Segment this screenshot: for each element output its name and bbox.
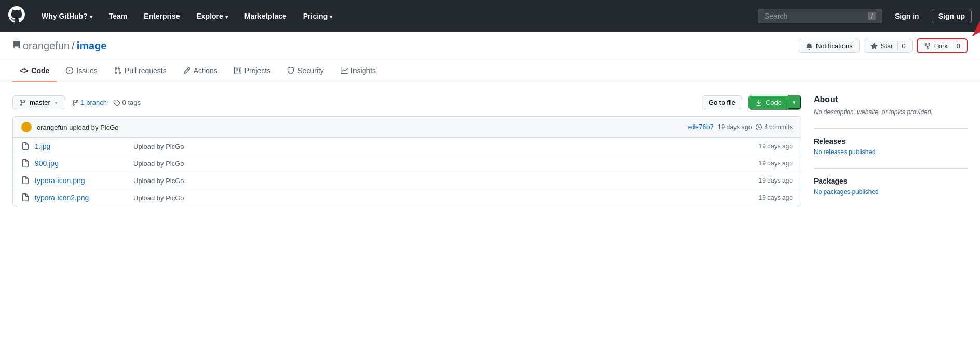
packages-link[interactable]: No packages published xyxy=(814,188,879,196)
insights-icon xyxy=(341,67,348,74)
download-icon xyxy=(755,99,763,106)
file-name-link[interactable]: typora-icon2.png xyxy=(35,193,128,202)
tab-projects[interactable]: Projects xyxy=(227,60,278,82)
releases-title: Releases xyxy=(814,137,968,145)
search-slash-icon: / xyxy=(868,12,876,20)
fork-count: 0 xyxy=(952,42,960,50)
tag-info: 0 tags xyxy=(113,99,141,107)
commit-count: 4 commits xyxy=(756,123,793,131)
main-content: master 1 branch 0 tags xyxy=(0,82,980,220)
chevron-down-icon xyxy=(225,12,228,20)
file-message: Upload by PicGo xyxy=(133,143,754,150)
branch-info: 1 branch 0 tags xyxy=(72,99,141,107)
file-icon xyxy=(21,159,30,168)
security-icon xyxy=(287,67,294,74)
branch-count-icon: 1 branch xyxy=(72,99,107,107)
github-logo-icon[interactable] xyxy=(8,6,25,26)
code-button[interactable]: Code xyxy=(749,96,788,109)
file-name-link[interactable]: typora-icon.png xyxy=(35,176,128,185)
nav-pricing[interactable]: Pricing xyxy=(299,10,336,22)
chevron-down-icon xyxy=(53,100,59,105)
tab-insights[interactable]: Insights xyxy=(333,60,383,82)
fork-button[interactable]: Fork 0 xyxy=(917,38,968,53)
file-icon xyxy=(21,142,30,150)
clock-icon xyxy=(756,124,762,130)
releases-link[interactable]: No releases published xyxy=(814,148,876,156)
divider xyxy=(814,168,968,169)
file-toolbar: master 1 branch 0 tags xyxy=(12,95,801,110)
chevron-down-icon xyxy=(90,12,92,20)
commit-row: orangefun upload by PicGo ede76b7 19 day… xyxy=(13,117,801,138)
star-count: 0 xyxy=(897,42,906,50)
packages-title: Packages xyxy=(814,177,968,185)
actions-icon xyxy=(183,67,190,74)
tab-issues[interactable]: Issues xyxy=(59,60,104,82)
avatar xyxy=(21,122,32,132)
file-name-link[interactable]: 900.jpg xyxy=(35,159,128,168)
breadcrumb-separator: / xyxy=(72,40,75,52)
code-dropdown-arrow[interactable]: ▾ xyxy=(788,95,801,109)
commit-meta: ede76b7 19 days ago 4 commits xyxy=(687,123,793,131)
repo-header: orangefun / image Notifications Star 0 xyxy=(0,32,980,60)
list-item: typora-icon.png Upload by PicGo 19 days … xyxy=(13,172,801,189)
commit-hash-link[interactable]: ede76b7 xyxy=(687,123,714,131)
repo-owner-link[interactable]: orangefun xyxy=(23,40,70,52)
file-icon xyxy=(21,193,30,202)
releases-section: Releases No releases published xyxy=(814,137,968,156)
repo-actions: Notifications Star 0 Fork 0 xyxy=(799,38,968,53)
sidebar: About No description, website, or topics… xyxy=(814,95,968,208)
sign-in-link[interactable]: Sign in xyxy=(891,10,923,22)
nav-why-github[interactable]: Why GitHub? xyxy=(37,10,97,22)
branch-count-link[interactable]: 1 branch xyxy=(80,99,107,106)
nav-bar: Why GitHub? Team Enterprise Explore Mark… xyxy=(0,0,980,32)
file-table: orangefun upload by PicGo ede76b7 19 day… xyxy=(12,116,801,206)
repo-icon xyxy=(12,41,21,51)
breadcrumb: orangefun / image xyxy=(12,40,799,52)
list-item: typora-icon2.png Upload by PicGo 19 days… xyxy=(13,189,801,206)
repo-tabs: <> Code Issues Pull requests Actions Pro… xyxy=(0,60,980,82)
fork-section: Fork 0 xyxy=(917,38,968,53)
commit-time: 19 days ago xyxy=(718,123,752,131)
chevron-down-icon xyxy=(330,12,332,20)
tab-code[interactable]: <> Code xyxy=(12,60,57,82)
projects-icon xyxy=(234,67,241,74)
branch-icon xyxy=(19,99,26,106)
tab-security[interactable]: Security xyxy=(280,60,331,82)
issues-icon xyxy=(66,67,73,74)
nav-explore[interactable]: Explore xyxy=(192,10,232,22)
file-message: Upload by PicGo xyxy=(133,160,754,168)
about-text: No description, website, or topics provi… xyxy=(814,108,968,116)
star-button[interactable]: Star 0 xyxy=(864,39,913,53)
divider xyxy=(814,128,968,129)
tab-pull-requests[interactable]: Pull requests xyxy=(107,60,174,82)
notifications-button[interactable]: Notifications xyxy=(799,39,860,53)
commit-message: orangefun upload by PicGo xyxy=(37,123,682,131)
nav-marketplace[interactable]: Marketplace xyxy=(240,10,291,22)
nav-enterprise[interactable]: Enterprise xyxy=(140,10,184,22)
file-time: 19 days ago xyxy=(759,143,793,150)
about-section: About No description, website, or topics… xyxy=(814,95,968,116)
file-time: 19 days ago xyxy=(759,160,793,167)
tab-actions[interactable]: Actions xyxy=(176,60,225,82)
about-title: About xyxy=(814,95,968,104)
sign-up-button[interactable]: Sign up xyxy=(932,9,972,23)
nav-team[interactable]: Team xyxy=(105,10,132,22)
file-name-link[interactable]: 1.jpg xyxy=(35,142,128,150)
search-input[interactable]: Search / xyxy=(758,9,882,23)
file-message: Upload by PicGo xyxy=(133,194,754,202)
code-icon: <> xyxy=(20,66,28,75)
list-item: 900.jpg Upload by PicGo 19 days ago xyxy=(13,155,801,172)
file-icon xyxy=(21,176,30,185)
file-time: 19 days ago xyxy=(759,194,793,201)
packages-section: Packages No packages published xyxy=(814,177,968,196)
code-dropdown: Code ▾ xyxy=(748,95,801,110)
file-section: master 1 branch 0 tags xyxy=(12,95,801,208)
file-message: Upload by PicGo xyxy=(133,177,754,185)
list-item: 1.jpg Upload by PicGo 19 days ago xyxy=(13,138,801,155)
go-to-file-button[interactable]: Go to file xyxy=(702,95,742,109)
file-time: 19 days ago xyxy=(759,177,793,184)
repo-name-link[interactable]: image xyxy=(77,40,107,52)
branch-selector[interactable]: master xyxy=(12,95,65,109)
pull-requests-icon xyxy=(114,67,121,74)
